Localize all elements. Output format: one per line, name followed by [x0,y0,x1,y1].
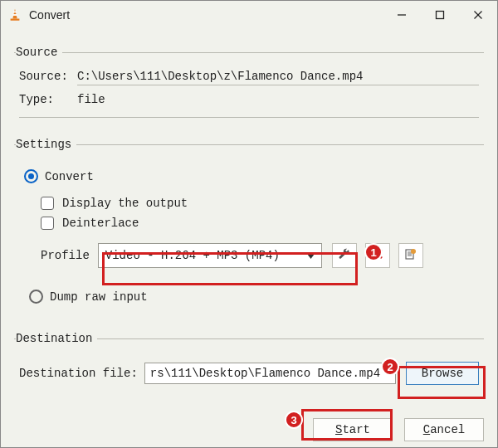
settings-group: Settings Convert Display the output Dein… [14,138,484,322]
chevron-down-icon [307,249,315,262]
titlebar: Convert [1,1,497,29]
svg-rect-2 [12,14,17,16]
type-label: Type: [19,93,77,106]
wrench-icon [338,247,351,264]
destination-label: Destination file: [19,367,138,380]
cancel-button[interactable]: Cancel [404,418,484,441]
start-label: Start [335,423,370,436]
source-group: Source Source: C:\Users\111\Desktop\z\Fl… [14,46,484,123]
settings-legend: Settings [16,138,76,151]
start-button[interactable]: Start [313,418,393,441]
svg-rect-3 [11,19,20,21]
source-legend: Source [16,46,62,59]
close-button[interactable] [459,1,497,29]
window-title: Convert [29,8,70,22]
profile-select[interactable]: Video - H.264 + MP3 (MP4) [98,243,322,268]
checkbox-icon [41,217,54,230]
annotation-badge-3: 3 [285,411,303,429]
convert-radio-label: Convert [45,170,94,183]
destination-legend: Destination [16,332,97,345]
minimize-button[interactable] [383,1,421,29]
new-document-icon [404,248,417,264]
display-output-label: Display the output [62,197,188,210]
svg-point-15 [411,249,416,254]
browse-label: Browse [422,367,463,380]
svg-rect-1 [13,12,17,13]
radio-checked-icon [24,169,38,183]
checkbox-icon [41,197,54,210]
convert-radio[interactable]: Convert [24,169,474,183]
vlc-cone-icon [7,7,22,22]
dump-radio-label: Dump raw input [50,290,148,304]
cancel-label: Cancel [423,423,465,436]
window-buttons [383,1,497,29]
destination-input[interactable]: rs\111\Desktop\Flamenco Dance.mp4 [144,363,396,384]
svg-marker-8 [307,254,315,259]
edit-profile-button[interactable] [332,243,357,268]
type-value: file [77,90,479,109]
profile-label: Profile [41,249,90,262]
dump-radio[interactable]: Dump raw input [29,290,474,304]
annotation-badge-1: 1 [364,243,383,261]
new-profile-button[interactable] [398,243,423,268]
browse-button[interactable]: Browse [406,362,479,385]
svg-marker-0 [12,9,17,19]
deinterlace-checkbox[interactable]: Deinterlace [24,217,474,230]
source-label: Source: [19,70,77,83]
deinterlace-label: Deinterlace [62,217,139,230]
destination-value: rs\111\Desktop\Flamenco Dance.mp4 [150,367,380,380]
radio-unchecked-icon [29,290,43,304]
destination-group: Destination Destination file: rs\111\Des… [14,332,484,393]
display-output-checkbox[interactable]: Display the output [24,197,474,210]
maximize-button[interactable] [421,1,459,29]
profile-value: Video - H.264 + MP3 (MP4) [105,249,280,262]
svg-rect-5 [437,12,444,19]
source-value: C:\Users\111\Desktop\z\Flamenco Dance.mp… [77,67,479,85]
annotation-badge-2: 2 [381,358,399,376]
dialog-buttons: Start Cancel [1,415,497,448]
